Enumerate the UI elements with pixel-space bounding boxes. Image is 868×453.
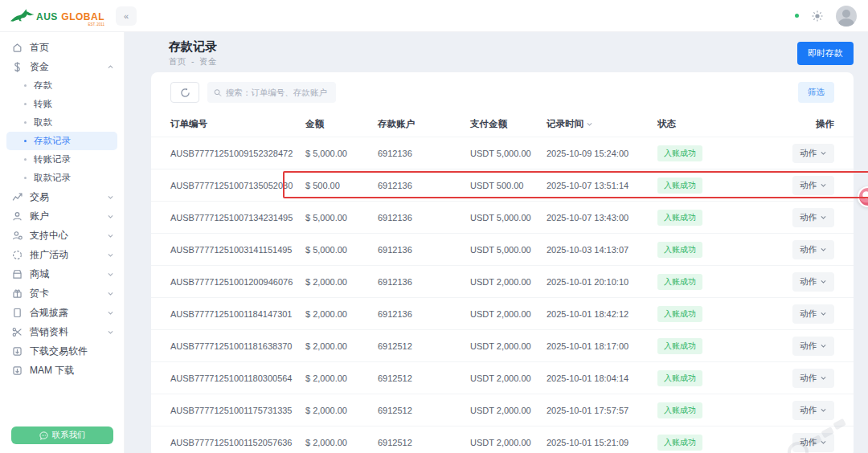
col-record-time-label: 记录时间 xyxy=(547,118,583,130)
support-icon xyxy=(11,230,23,241)
sidebar-item-mall[interactable]: 商城 xyxy=(0,264,124,284)
cell-amount: $ 2,000.00 xyxy=(305,373,378,383)
cell-status: 入账成功 xyxy=(657,370,786,386)
cell-pay-amount: USDT 2,000.00 xyxy=(470,438,547,447)
cell-action: 动作 xyxy=(792,240,834,259)
row-action-button[interactable]: 动作 xyxy=(792,176,834,195)
cell-order-no: AUSB77771251001180300564 xyxy=(170,373,305,383)
cell-record-time: 2025-10-03 14:13:07 xyxy=(547,245,657,255)
sidebar-item-label: MAM 下载 xyxy=(30,364,114,378)
search-input[interactable] xyxy=(226,88,330,97)
sidebar-item-download-software[interactable]: 下载交易软件 xyxy=(0,341,124,361)
refresh-button[interactable] xyxy=(170,82,199,103)
sidebar-item-funds[interactable]: 资金 xyxy=(0,57,124,76)
cell-amount: $ 2,000.00 xyxy=(305,341,378,351)
main-content: 存款记录 首页 - 资金 即时存款 xyxy=(125,32,868,453)
cell-status: 入账成功 xyxy=(657,306,786,322)
status-dot xyxy=(795,14,799,18)
cell-record-time: 2025-10-07 13:51:14 xyxy=(547,181,657,190)
sidebar-item-trading[interactable]: 交易 xyxy=(0,187,124,206)
col-status: 状态 xyxy=(657,118,786,130)
breadcrumb-home[interactable]: 首页 xyxy=(169,56,186,66)
cell-amount: $ 2,000.00 xyxy=(305,406,378,415)
cell-record-time: 2025-10-01 15:21:09 xyxy=(547,438,657,447)
promo-icon xyxy=(11,249,23,260)
sidebar-item-promotions[interactable]: 推广活动 xyxy=(0,245,124,264)
sidebar-item-withdraw-records[interactable]: 取款记录 xyxy=(6,169,117,187)
sidebar-item-label: 商城 xyxy=(30,267,107,281)
status-badge: 入账成功 xyxy=(657,178,702,194)
sidebar-item-home[interactable]: 首页 xyxy=(0,38,124,57)
user-avatar[interactable] xyxy=(836,6,857,27)
row-action-button[interactable]: 动作 xyxy=(792,337,834,356)
chevron-down-icon xyxy=(820,406,827,414)
col-record-time[interactable]: 记录时间 xyxy=(547,118,657,130)
chevron-up-icon xyxy=(107,63,114,71)
cell-pay-amount: USDT 2,000.00 xyxy=(470,277,547,287)
chevron-down-icon xyxy=(107,251,114,259)
table-row: AUSB77771251001184147301$ 2,000.00691213… xyxy=(151,297,854,329)
row-action-button[interactable]: 动作 xyxy=(792,208,834,227)
brand-name-primary: AUS xyxy=(36,11,58,22)
breadcrumb: 首页 - 资金 xyxy=(169,56,217,67)
chevron-down-icon xyxy=(820,310,827,317)
sidebar-item-mam-download[interactable]: MAM 下载 xyxy=(0,361,124,380)
cell-action: 动作 xyxy=(792,369,834,388)
sidebar-subitem-label: 转账记录 xyxy=(34,153,71,165)
chevron-down-icon xyxy=(820,182,827,189)
sidebar-item-label: 营销资料 xyxy=(30,325,107,339)
row-action-button[interactable]: 动作 xyxy=(792,369,834,388)
col-deposit-account: 存款账户 xyxy=(378,118,470,130)
bullet-icon xyxy=(24,177,27,179)
row-action-button[interactable]: 动作 xyxy=(792,272,834,292)
cell-pay-amount: USDT 2,000.00 xyxy=(470,341,547,351)
cell-order-no: AUSB77771251009152328472 xyxy=(170,149,305,158)
sidebar-item-deposit[interactable]: 存款 xyxy=(6,76,117,95)
cell-record-time: 2025-10-01 18:04:14 xyxy=(547,373,657,383)
filter-button[interactable]: 筛选 xyxy=(798,82,834,103)
scissors-icon xyxy=(11,326,23,337)
sidebar: 首页资金存款转账取款存款记录转账记录取款记录交易账户支持中心推广活动商城贺卡合规… xyxy=(0,32,125,453)
row-action-button[interactable]: 动作 xyxy=(792,304,834,324)
sidebar-item-marketing[interactable]: 营销资料 xyxy=(0,322,124,341)
breadcrumb-separator: - xyxy=(191,56,194,66)
sidebar-item-withdraw[interactable]: 取款 xyxy=(6,113,117,132)
gift-icon xyxy=(11,288,23,299)
brand-logo: AUS GLOBAL EST. 2011 xyxy=(0,5,104,27)
download-icon xyxy=(11,345,23,357)
cell-status: 入账成功 xyxy=(657,338,786,354)
search-box[interactable] xyxy=(207,82,336,103)
sidebar-item-support-center[interactable]: 支持中心 xyxy=(0,226,124,245)
cell-amount: $ 5,000.00 xyxy=(305,245,378,255)
status-badge: 入账成功 xyxy=(657,435,702,451)
records-card: 筛选 订单编号 金额 存款账户 支付金额 记录时间 状态 操作 AUSB7777… xyxy=(151,72,854,453)
download-icon xyxy=(11,365,23,376)
table-row: AUSB77771251001175731335$ 2,000.00691251… xyxy=(151,394,854,426)
cell-action: 动作 xyxy=(792,337,834,356)
bullet-icon xyxy=(24,84,27,87)
sidebar-collapse-button[interactable]: « xyxy=(116,6,137,26)
contact-us-button[interactable]: 联系我们 xyxy=(11,426,113,444)
sidebar-item-deposit-records[interactable]: 存款记录 xyxy=(6,132,117,150)
cell-status: 入账成功 xyxy=(657,242,786,258)
row-action-button[interactable]: 动作 xyxy=(792,433,834,452)
sidebar-item-label: 推广活动 xyxy=(30,248,107,262)
row-action-button[interactable]: 动作 xyxy=(792,144,834,163)
sidebar-item-compliance[interactable]: 合规披露 xyxy=(0,303,124,322)
kangaroo-logo-icon xyxy=(10,5,35,26)
chevron-down-icon xyxy=(820,214,827,221)
instant-deposit-button[interactable]: 即时存款 xyxy=(797,42,854,65)
page-title: 存款记录 xyxy=(169,39,217,54)
cell-pay-amount: USDT 500.00 xyxy=(470,181,547,190)
sidebar-item-account[interactable]: 账户 xyxy=(0,206,124,226)
bullet-icon xyxy=(24,158,27,161)
theme-toggle-button[interactable] xyxy=(812,10,823,22)
sidebar-item-gift-card[interactable]: 贺卡 xyxy=(0,284,124,303)
sidebar-item-transfer[interactable]: 转账 xyxy=(6,95,117,113)
chevron-down-icon xyxy=(107,194,114,201)
row-action-button[interactable]: 动作 xyxy=(792,240,834,259)
row-action-button[interactable]: 动作 xyxy=(792,401,834,420)
sidebar-item-transfer-records[interactable]: 转账记录 xyxy=(6,150,117,169)
cell-status: 入账成功 xyxy=(657,274,786,290)
col-pay-amount: 支付金额 xyxy=(470,118,547,130)
